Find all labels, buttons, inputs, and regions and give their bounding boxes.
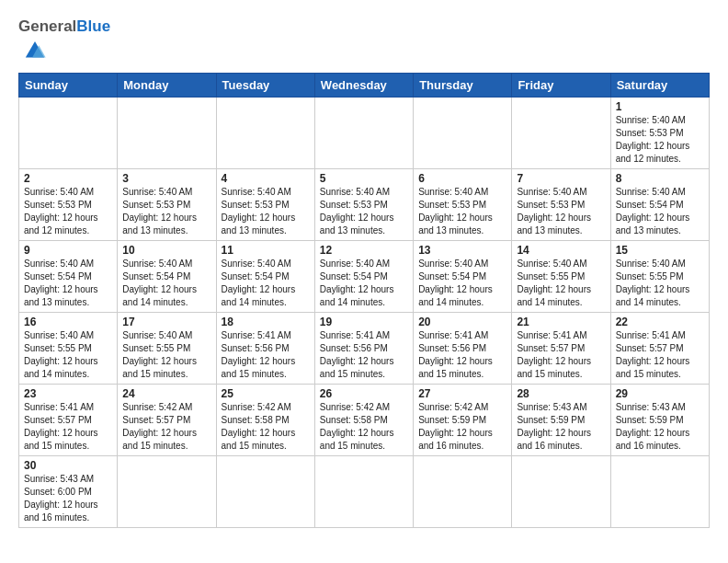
day-info: Sunrise: 5:40 AM Sunset: 5:54 PM Dayligh… <box>222 258 310 309</box>
day-info: Sunrise: 5:42 AM Sunset: 5:59 PM Dayligh… <box>418 401 506 453</box>
calendar-cell <box>314 455 413 527</box>
logo-general: General <box>18 17 76 35</box>
day-info: Sunrise: 5:40 AM Sunset: 5:55 PM Dayligh… <box>517 258 605 309</box>
calendar-cell: 28Sunrise: 5:43 AM Sunset: 5:59 PM Dayli… <box>512 384 610 455</box>
day-number: 24 <box>122 387 210 400</box>
day-info: Sunrise: 5:42 AM Sunset: 5:58 PM Dayligh… <box>320 401 408 453</box>
day-number: 9 <box>24 244 112 257</box>
calendar-cell: 22Sunrise: 5:41 AM Sunset: 5:57 PM Dayli… <box>610 312 709 384</box>
day-number: 16 <box>24 316 112 328</box>
week-row-2: 2Sunrise: 5:40 AM Sunset: 5:53 PM Daylig… <box>19 168 710 240</box>
calendar-cell: 15Sunrise: 5:40 AM Sunset: 5:55 PM Dayli… <box>610 240 709 312</box>
header: GeneralBlue <box>18 15 710 65</box>
calendar-cell: 3Sunrise: 5:40 AM Sunset: 5:53 PM Daylig… <box>118 168 216 240</box>
day-info: Sunrise: 5:41 AM Sunset: 5:57 PM Dayligh… <box>517 329 605 381</box>
day-info: Sunrise: 5:40 AM Sunset: 5:53 PM Dayligh… <box>418 186 506 237</box>
week-row-5: 23Sunrise: 5:41 AM Sunset: 5:57 PM Dayli… <box>19 384 710 455</box>
day-number: 7 <box>517 172 605 185</box>
calendar-cell: 1Sunrise: 5:40 AM Sunset: 5:53 PM Daylig… <box>610 97 709 168</box>
calendar-cell <box>414 97 512 168</box>
calendar-cell: 19Sunrise: 5:41 AM Sunset: 5:56 PM Dayli… <box>314 312 413 384</box>
page: GeneralBlue SundayMondayTuesdayWednesday… <box>0 0 728 563</box>
week-row-3: 9Sunrise: 5:40 AM Sunset: 5:54 PM Daylig… <box>19 240 710 312</box>
day-number: 18 <box>222 316 310 328</box>
day-number: 26 <box>320 387 408 400</box>
weekday-header-friday: Friday <box>512 73 610 97</box>
calendar-cell <box>610 455 709 527</box>
day-info: Sunrise: 5:41 AM Sunset: 5:57 PM Dayligh… <box>24 401 112 453</box>
day-number: 10 <box>122 244 210 257</box>
calendar-cell: 26Sunrise: 5:42 AM Sunset: 5:58 PM Dayli… <box>314 384 413 455</box>
day-number: 20 <box>418 316 506 328</box>
calendar-cell: 30Sunrise: 5:43 AM Sunset: 6:00 PM Dayli… <box>19 455 118 527</box>
day-number: 13 <box>418 244 506 257</box>
day-number: 2 <box>24 172 112 185</box>
day-number: 6 <box>418 172 506 185</box>
calendar-cell: 4Sunrise: 5:40 AM Sunset: 5:53 PM Daylig… <box>216 168 314 240</box>
calendar-cell: 9Sunrise: 5:40 AM Sunset: 5:54 PM Daylig… <box>19 240 118 312</box>
day-info: Sunrise: 5:43 AM Sunset: 6:00 PM Dayligh… <box>24 473 112 524</box>
calendar: SundayMondayTuesdayWednesdayThursdayFrid… <box>18 73 710 528</box>
calendar-cell <box>118 455 216 527</box>
day-info: Sunrise: 5:40 AM Sunset: 5:53 PM Dayligh… <box>616 114 704 166</box>
calendar-cell: 16Sunrise: 5:40 AM Sunset: 5:55 PM Dayli… <box>19 312 118 384</box>
weekday-header-monday: Monday <box>118 73 216 97</box>
day-number: 17 <box>122 316 210 328</box>
day-number: 25 <box>222 387 310 400</box>
calendar-cell: 20Sunrise: 5:41 AM Sunset: 5:56 PM Dayli… <box>414 312 512 384</box>
calendar-cell: 10Sunrise: 5:40 AM Sunset: 5:54 PM Dayli… <box>118 240 216 312</box>
day-number: 4 <box>222 172 310 185</box>
calendar-cell <box>118 97 216 168</box>
day-info: Sunrise: 5:41 AM Sunset: 5:56 PM Dayligh… <box>418 329 506 381</box>
day-number: 12 <box>320 244 408 257</box>
calendar-cell: 2Sunrise: 5:40 AM Sunset: 5:53 PM Daylig… <box>19 168 118 240</box>
day-number: 28 <box>517 387 605 400</box>
weekday-header-sunday: Sunday <box>19 73 118 97</box>
calendar-cell: 27Sunrise: 5:42 AM Sunset: 5:59 PM Dayli… <box>414 384 512 455</box>
day-number: 22 <box>616 316 704 328</box>
day-number: 30 <box>24 459 112 472</box>
logo-blue: Blue <box>76 17 110 35</box>
calendar-cell: 29Sunrise: 5:43 AM Sunset: 5:59 PM Dayli… <box>610 384 709 455</box>
day-info: Sunrise: 5:40 AM Sunset: 5:53 PM Dayligh… <box>320 186 408 237</box>
day-info: Sunrise: 5:41 AM Sunset: 5:57 PM Dayligh… <box>616 329 704 381</box>
day-info: Sunrise: 5:40 AM Sunset: 5:53 PM Dayligh… <box>24 186 112 237</box>
day-number: 11 <box>222 244 310 257</box>
week-row-1: 1Sunrise: 5:40 AM Sunset: 5:53 PM Daylig… <box>19 97 710 168</box>
week-row-6: 30Sunrise: 5:43 AM Sunset: 6:00 PM Dayli… <box>19 455 710 527</box>
day-info: Sunrise: 5:40 AM Sunset: 5:55 PM Dayligh… <box>122 329 210 381</box>
calendar-cell: 5Sunrise: 5:40 AM Sunset: 5:53 PM Daylig… <box>314 168 413 240</box>
calendar-cell <box>314 97 413 168</box>
day-info: Sunrise: 5:40 AM Sunset: 5:53 PM Dayligh… <box>517 186 605 237</box>
day-info: Sunrise: 5:42 AM Sunset: 5:57 PM Dayligh… <box>122 401 210 453</box>
day-info: Sunrise: 5:40 AM Sunset: 5:54 PM Dayligh… <box>24 258 112 309</box>
day-info: Sunrise: 5:40 AM Sunset: 5:54 PM Dayligh… <box>320 258 408 309</box>
day-info: Sunrise: 5:40 AM Sunset: 5:54 PM Dayligh… <box>122 258 210 309</box>
day-number: 14 <box>517 244 605 257</box>
day-info: Sunrise: 5:41 AM Sunset: 5:56 PM Dayligh… <box>320 329 408 381</box>
calendar-cell: 11Sunrise: 5:40 AM Sunset: 5:54 PM Dayli… <box>216 240 314 312</box>
logo: GeneralBlue <box>18 18 110 65</box>
calendar-cell: 25Sunrise: 5:42 AM Sunset: 5:58 PM Dayli… <box>216 384 314 455</box>
calendar-cell <box>19 97 118 168</box>
calendar-cell <box>512 455 610 527</box>
calendar-cell: 23Sunrise: 5:41 AM Sunset: 5:57 PM Dayli… <box>19 384 118 455</box>
day-number: 27 <box>418 387 506 400</box>
day-info: Sunrise: 5:41 AM Sunset: 5:56 PM Dayligh… <box>222 329 310 381</box>
calendar-cell: 12Sunrise: 5:40 AM Sunset: 5:54 PM Dayli… <box>314 240 413 312</box>
weekday-header-row: SundayMondayTuesdayWednesdayThursdayFrid… <box>19 73 710 97</box>
day-number: 29 <box>616 387 704 400</box>
day-info: Sunrise: 5:40 AM Sunset: 5:55 PM Dayligh… <box>24 329 112 381</box>
day-number: 3 <box>122 172 210 185</box>
calendar-cell: 7Sunrise: 5:40 AM Sunset: 5:53 PM Daylig… <box>512 168 610 240</box>
calendar-cell: 21Sunrise: 5:41 AM Sunset: 5:57 PM Dayli… <box>512 312 610 384</box>
calendar-cell: 8Sunrise: 5:40 AM Sunset: 5:54 PM Daylig… <box>610 168 709 240</box>
calendar-cell: 24Sunrise: 5:42 AM Sunset: 5:57 PM Dayli… <box>118 384 216 455</box>
calendar-cell: 13Sunrise: 5:40 AM Sunset: 5:54 PM Dayli… <box>414 240 512 312</box>
logo-icon <box>20 36 50 62</box>
day-number: 1 <box>616 100 704 113</box>
day-info: Sunrise: 5:40 AM Sunset: 5:53 PM Dayligh… <box>222 186 310 237</box>
day-info: Sunrise: 5:40 AM Sunset: 5:54 PM Dayligh… <box>616 186 704 237</box>
week-row-4: 16Sunrise: 5:40 AM Sunset: 5:55 PM Dayli… <box>19 312 710 384</box>
day-info: Sunrise: 5:40 AM Sunset: 5:55 PM Dayligh… <box>616 258 704 309</box>
